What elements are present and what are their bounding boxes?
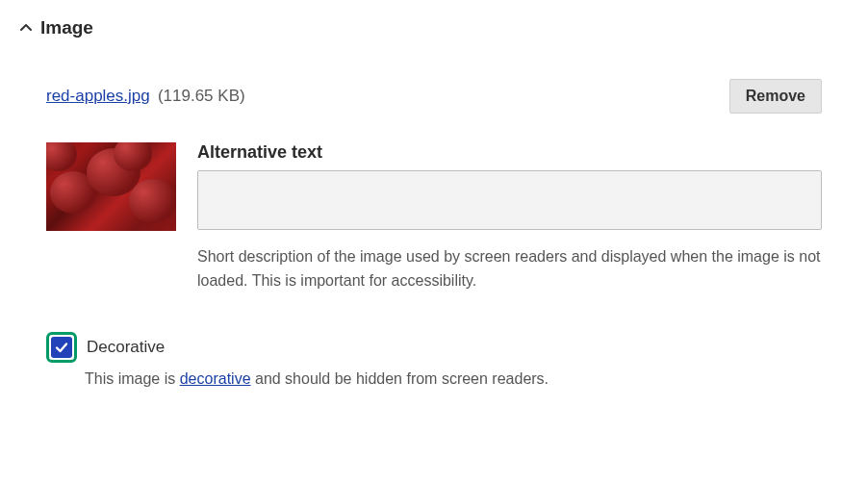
alt-text-help: Short description of the image used by s… bbox=[197, 245, 822, 293]
decorative-help-suffix: and should be hidden from screen readers… bbox=[251, 370, 549, 387]
file-name-link[interactable]: red-apples.jpg bbox=[46, 87, 150, 105]
section-header[interactable]: Image bbox=[19, 17, 849, 38]
decorative-help: This image is decorative and should be h… bbox=[85, 370, 822, 388]
image-thumbnail bbox=[46, 142, 176, 231]
file-row: red-apples.jpg (119.65 KB) Remove bbox=[46, 79, 822, 114]
alt-text-label: Alternative text bbox=[197, 142, 822, 163]
decorative-label: Decorative bbox=[87, 338, 165, 357]
alt-text-row: Alternative text Short description of th… bbox=[46, 142, 822, 293]
decorative-checkbox[interactable] bbox=[51, 337, 72, 358]
decorative-row: Decorative bbox=[46, 332, 822, 363]
decorative-help-link[interactable]: decorative bbox=[180, 370, 251, 387]
check-icon bbox=[54, 340, 69, 355]
remove-button[interactable]: Remove bbox=[729, 79, 822, 114]
decorative-checkbox-focus-ring bbox=[46, 332, 77, 363]
section-title: Image bbox=[40, 17, 93, 38]
decorative-help-prefix: This image is bbox=[85, 370, 180, 387]
alt-text-input[interactable] bbox=[197, 170, 822, 230]
file-size: (119.65 KB) bbox=[158, 87, 245, 105]
chevron-up-icon bbox=[19, 21, 33, 35]
file-info: red-apples.jpg (119.65 KB) bbox=[46, 87, 245, 106]
alt-text-column: Alternative text Short description of th… bbox=[197, 142, 822, 293]
